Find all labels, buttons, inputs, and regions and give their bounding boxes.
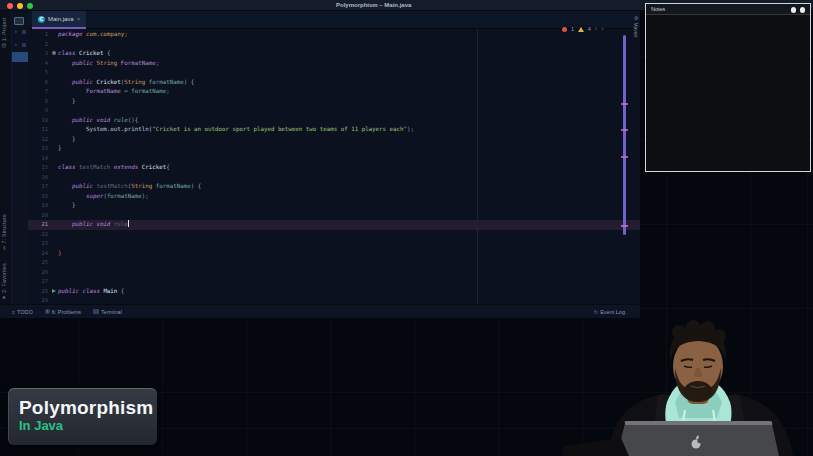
line-number: 15 xyxy=(28,163,50,173)
code-line-1[interactable]: 1package com.company; xyxy=(28,30,640,40)
code-line-11[interactable]: 11 System.out.println("Cricket is an out… xyxy=(28,125,640,135)
code-line-8[interactable]: 8 } xyxy=(28,97,640,107)
code-line-12[interactable]: 12 } xyxy=(28,135,640,145)
code-line-6[interactable]: 6 public Cricket(String formatName) { xyxy=(28,78,640,88)
notes-window-button[interactable] xyxy=(800,7,806,13)
code-token: formatName xyxy=(149,79,184,85)
code-token: testMatch xyxy=(96,183,127,189)
code-line-21[interactable]: 21 public void rule xyxy=(28,220,640,230)
code-line-23[interactable]: 23 xyxy=(28,239,640,249)
line-number: 18 xyxy=(28,192,50,202)
sidebar-tab-structure[interactable]: ≔ 7: Structure xyxy=(1,214,7,250)
code-line-27[interactable]: 27 xyxy=(28,277,640,287)
tab-close-icon[interactable]: × xyxy=(77,16,81,22)
code-line-17[interactable]: 17 public testMatch(String formatName) { xyxy=(28,182,640,192)
inspections-widget[interactable]: 1 4 ˄ ˅ xyxy=(562,26,604,32)
class-gutter-icon[interactable] xyxy=(50,49,58,59)
code-line-7[interactable]: 7 FormatName = formatName; xyxy=(28,87,640,97)
code-token: rule xyxy=(114,221,128,227)
code-line-10[interactable]: 10 public void rule(){ xyxy=(28,116,640,126)
line-number: 25 xyxy=(28,258,50,268)
code-line-25[interactable]: 25 xyxy=(28,258,640,268)
close-traffic-light[interactable] xyxy=(7,3,13,9)
editor-scrollbar[interactable] xyxy=(623,35,626,235)
prev-problem-icon[interactable]: ˄ xyxy=(595,27,598,32)
notes-title: Notes xyxy=(651,6,665,12)
code-line-4[interactable]: 4 public String FormatName; xyxy=(28,59,640,69)
code-line-13[interactable]: 13} xyxy=(28,144,640,154)
tool-tab-maven[interactable]: ⚙ Maven xyxy=(633,15,639,37)
line-number: 13 xyxy=(28,144,50,154)
lower-third-card: Polymorphism In Java xyxy=(8,388,157,445)
line-number: 14 xyxy=(28,154,50,164)
code-line-5[interactable]: 5 xyxy=(28,68,640,78)
code-token: Cricket xyxy=(142,164,166,170)
warning-icon xyxy=(578,27,584,32)
tree-node-stub[interactable] xyxy=(22,43,26,47)
code-line-14[interactable]: 14 xyxy=(28,154,640,164)
tab-label: Main.java xyxy=(48,16,74,22)
notes-window-button[interactable] xyxy=(791,7,797,13)
code-token: public xyxy=(72,60,96,66)
tree-expand-chevron[interactable]: › xyxy=(15,41,17,47)
code-line-16[interactable]: 16 xyxy=(28,173,640,183)
code-line-19[interactable]: 19 } xyxy=(28,201,640,211)
notes-canvas[interactable] xyxy=(646,15,810,171)
code-token: Cricket xyxy=(96,79,120,85)
line-number: 21 xyxy=(28,220,50,230)
code-line-2[interactable]: 2 xyxy=(28,40,640,50)
problems-icon: ! xyxy=(45,309,50,314)
tree-node-stub[interactable] xyxy=(22,30,26,34)
run-gutter-icon[interactable] xyxy=(50,287,58,297)
tree-selected-item[interactable] xyxy=(12,52,28,62)
error-count: 1 xyxy=(571,26,574,32)
tree-expand-chevron[interactable]: › xyxy=(15,28,17,34)
code-token: ) { xyxy=(184,79,194,85)
line-number: 27 xyxy=(28,277,50,287)
tab-main-java[interactable]: C Main.java × xyxy=(32,11,86,29)
code-line-20[interactable]: 20 xyxy=(28,211,640,221)
code-token: FormatName xyxy=(86,88,124,94)
right-margin-guide xyxy=(477,29,478,304)
code-token: String xyxy=(131,183,155,189)
code-token xyxy=(58,117,72,123)
sidebar-tab-favorites[interactable]: ★ 2: Favorites xyxy=(1,263,7,301)
code-line-24[interactable]: 24} xyxy=(28,249,640,259)
sidebar-tab-project[interactable]: ▤ 1: Project xyxy=(1,17,7,49)
code-line-26[interactable]: 26 xyxy=(28,268,640,278)
statusbar-todo[interactable]: ≡ TODO xyxy=(12,309,33,315)
window-title: Polymorphism – Main.java xyxy=(336,2,411,8)
project-root-icon[interactable] xyxy=(14,17,24,25)
editor-area: C Main.java × 1 4 ˄ ˅ 1package com.compa… xyxy=(28,11,640,304)
code-editor[interactable]: 1package com.company;23class Cricket {4 … xyxy=(28,29,640,304)
statusbar-terminal[interactable]: Terminal xyxy=(93,309,122,315)
code-line-3[interactable]: 3class Cricket { xyxy=(28,49,640,59)
next-problem-icon[interactable]: ˅ xyxy=(601,27,604,32)
scrollbar-mark xyxy=(621,156,628,158)
code-token: Main xyxy=(103,288,120,294)
webcam-overlay xyxy=(563,306,813,456)
terminal-icon xyxy=(93,309,99,314)
line-number: 12 xyxy=(28,135,50,145)
statusbar-problems[interactable]: ! 6: Problems xyxy=(45,309,81,315)
notes-titlebar[interactable]: Notes xyxy=(646,4,810,15)
code-line-22[interactable]: 22 xyxy=(28,230,640,240)
line-number: 22 xyxy=(28,230,50,240)
favorites-star-icon: ★ xyxy=(1,293,7,301)
code-token xyxy=(58,183,72,189)
java-class-icon: C xyxy=(38,16,45,23)
code-line-9[interactable]: 9 xyxy=(28,106,640,116)
code-lines: 1package com.company;23class Cricket {4 … xyxy=(28,30,640,306)
code-line-28[interactable]: 28public class Main { xyxy=(28,287,640,297)
code-token: public xyxy=(72,79,96,85)
code-token: public void xyxy=(72,221,114,227)
code-line-15[interactable]: 15class testMatch extends Cricket{ xyxy=(28,163,640,173)
line-number: 2 xyxy=(28,40,50,50)
zoom-traffic-light[interactable] xyxy=(27,3,33,9)
minimize-traffic-light[interactable] xyxy=(17,3,23,9)
project-tree-panel: › › xyxy=(12,11,28,304)
line-number: 3 xyxy=(28,49,50,59)
line-number: 19 xyxy=(28,201,50,211)
code-line-18[interactable]: 18 super(formatName); xyxy=(28,192,640,202)
code-token: } xyxy=(58,250,62,256)
